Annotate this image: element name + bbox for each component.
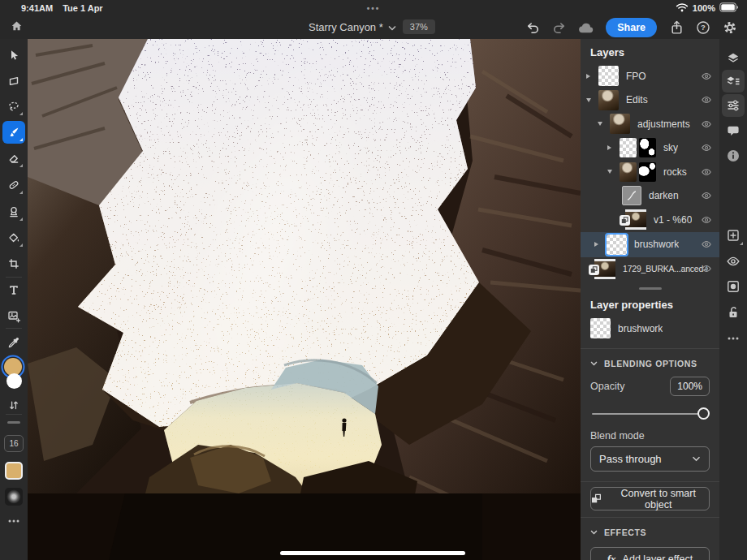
visibility-eye-icon[interactable] xyxy=(700,189,713,202)
healing-brush-tool[interactable] xyxy=(2,174,25,196)
unlock-icon[interactable] xyxy=(722,301,745,324)
more-options-icon[interactable] xyxy=(722,327,745,350)
disclosure-expanded-icon[interactable] xyxy=(607,170,615,174)
fill-tool[interactable] xyxy=(2,226,25,249)
zoom-level-badge[interactable]: 37% xyxy=(403,19,435,34)
visibility-eye-icon[interactable] xyxy=(700,93,713,106)
add-layer-button[interactable] xyxy=(722,224,745,247)
type-tool[interactable] xyxy=(2,278,25,301)
eraser-tool[interactable] xyxy=(2,147,25,170)
info-icon[interactable] xyxy=(722,144,745,167)
document-title[interactable]: Starry Canyon * xyxy=(309,21,396,33)
chevron-down-icon xyxy=(388,21,396,33)
visibility-eye-icon[interactable] xyxy=(700,70,713,83)
wifi-icon xyxy=(676,2,689,14)
layer-properties-view-icon[interactable] xyxy=(722,70,745,93)
eyedropper-tool[interactable] xyxy=(2,331,25,354)
layer-row-fpo[interactable]: FPO xyxy=(581,64,719,88)
opacity-slider[interactable] xyxy=(592,407,708,420)
layer-row-v1[interactable]: v1 - %60 xyxy=(581,208,719,232)
transform-tool[interactable] xyxy=(2,70,25,93)
layer-row-brushwork[interactable]: brushwork xyxy=(581,232,719,257)
smart-object-badge-icon xyxy=(589,265,599,275)
opacity-value-field[interactable]: 100% xyxy=(670,377,710,396)
opacity-label: Opacity xyxy=(590,381,624,392)
add-layer-effect-button[interactable]: fx Add layer effect xyxy=(590,547,710,560)
panel-resize-handle[interactable] xyxy=(639,287,662,290)
disclosure-collapsed-icon[interactable] xyxy=(586,74,594,79)
undo-button[interactable] xyxy=(522,18,543,37)
layer-thumbnail xyxy=(610,114,630,134)
background-color-swatch[interactable] xyxy=(6,373,22,389)
layer-thumbnail xyxy=(590,318,611,338)
effects-header[interactable]: EFFECTS xyxy=(581,521,719,542)
battery-percent: 100% xyxy=(693,3,715,13)
brush-color-swatch[interactable] xyxy=(5,462,23,480)
lasso-tool[interactable] xyxy=(2,95,25,118)
clone-stamp-tool[interactable] xyxy=(2,200,25,223)
settings-gear-icon[interactable] xyxy=(719,18,741,37)
visibility-eye-icon[interactable] xyxy=(700,118,713,131)
layer-mask-icon[interactable] xyxy=(722,275,745,298)
document-canvas[interactable] xyxy=(28,39,581,560)
layer-row-rocks[interactable]: rocks xyxy=(581,160,719,184)
selected-layer-thumbnail xyxy=(607,235,627,255)
layers-view-icon[interactable] xyxy=(722,47,745,70)
layer-thumbnail xyxy=(620,138,637,157)
brush-tool[interactable] xyxy=(2,121,25,144)
layer-row-1729[interactable]: 1729_BURKA...anced-NR33 xyxy=(581,257,719,282)
disclosure-expanded-icon[interactable] xyxy=(598,122,606,126)
toolbar-collapse-handle[interactable] xyxy=(7,421,20,424)
layer-mask-thumbnail xyxy=(639,162,656,182)
smart-object-thumbnail xyxy=(625,209,646,230)
curves-adjustment-thumbnail xyxy=(622,186,641,205)
visibility-eye-icon[interactable] xyxy=(700,238,713,251)
status-more-icon: ••• xyxy=(0,4,747,13)
brush-size-badge[interactable]: 16 xyxy=(4,435,24,452)
visibility-eye-icon[interactable] xyxy=(700,141,713,154)
export-icon[interactable] xyxy=(666,18,687,37)
layer-row-edits[interactable]: Edits xyxy=(581,88,719,113)
convert-to-smart-object-button[interactable]: Convert to smart object xyxy=(590,487,710,510)
home-icon xyxy=(10,19,24,36)
chevron-down-icon xyxy=(590,361,598,366)
layer-visibility-icon[interactable] xyxy=(722,250,745,273)
right-icon-rail xyxy=(719,39,747,560)
blend-mode-dropdown[interactable]: Pass through xyxy=(590,446,710,472)
visibility-eye-icon[interactable] xyxy=(700,166,713,179)
place-photo-tool[interactable] xyxy=(2,304,25,327)
smart-object-badge-icon xyxy=(620,215,630,226)
visibility-eye-icon[interactable] xyxy=(700,213,713,226)
comments-icon[interactable] xyxy=(722,119,745,142)
help-button[interactable]: ? xyxy=(693,18,714,37)
fx-icon: fx xyxy=(607,553,616,560)
swap-colors-button[interactable] xyxy=(2,394,25,416)
visibility-eye-icon[interactable] xyxy=(700,262,713,275)
move-tool[interactable] xyxy=(2,44,25,67)
tool-options-more-icon[interactable] xyxy=(2,510,25,532)
share-button[interactable]: Share xyxy=(606,18,657,37)
opacity-slider-knob[interactable] xyxy=(697,407,710,420)
disclosure-collapsed-icon[interactable] xyxy=(607,145,615,150)
layer-row-sky[interactable]: sky xyxy=(581,136,719,161)
layer-thumbnail xyxy=(598,66,619,86)
starry-canyon-image xyxy=(28,39,581,560)
smart-object-thumbnail xyxy=(594,259,615,279)
crop-tool[interactable] xyxy=(2,252,25,275)
cloud-sync-icon[interactable] xyxy=(576,18,597,37)
layer-row-darken[interactable]: darken xyxy=(581,184,719,209)
home-indicator[interactable] xyxy=(280,551,465,555)
blending-options-header[interactable]: BLENDING OPTIONS xyxy=(581,352,719,373)
opacity-slider-track xyxy=(592,413,708,415)
home-button[interactable] xyxy=(6,19,26,37)
layer-row-adjustments[interactable]: adjustments xyxy=(581,112,719,136)
adjustments-sliders-icon[interactable] xyxy=(722,94,745,117)
disclosure-collapsed-icon[interactable] xyxy=(594,242,602,247)
smart-object-icon xyxy=(591,493,602,504)
chevron-down-icon xyxy=(590,530,598,535)
layer-mask-thumbnail xyxy=(639,138,656,157)
disclosure-expanded-icon[interactable] xyxy=(586,98,594,102)
brush-tip-preview[interactable] xyxy=(5,488,23,506)
layer-thumbnail xyxy=(598,90,619,110)
redo-button[interactable] xyxy=(549,18,570,37)
